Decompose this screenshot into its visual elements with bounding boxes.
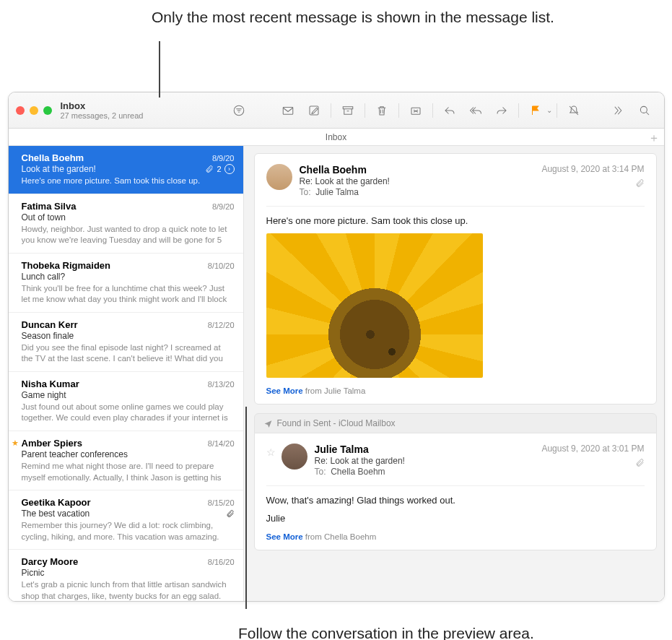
compose-button[interactable] xyxy=(302,100,326,121)
message-subject: Look at the garden! xyxy=(22,164,96,174)
traffic-lights xyxy=(16,106,52,115)
message-subject: Re: Look at the garden! xyxy=(315,456,645,466)
delete-button[interactable] xyxy=(370,100,394,121)
callout-bottom: Follow the conversation in the preview a… xyxy=(238,623,672,640)
message-preview: Howdy, neighbor. Just wanted to drop a q… xyxy=(22,224,235,246)
message-card: August 9, 2020 at 3:01 PM ☆ Julie Talma … xyxy=(254,433,657,550)
callout-line xyxy=(159,41,160,98)
message-body: Wow, that's amazing! Glad things worked … xyxy=(266,485,645,541)
found-in-strip: Found in Sent - iCloud Mailbox xyxy=(254,413,657,433)
attached-image[interactable] xyxy=(266,233,483,378)
star-icon[interactable]: ☆ xyxy=(266,446,276,458)
message-sender: Fatima Silva xyxy=(22,201,77,212)
message-date: 8/12/20 xyxy=(208,321,235,329)
message-row[interactable]: Fatima Silva8/9/20Out of townHowdy, neig… xyxy=(9,194,243,254)
message-sender: Amber Spiers xyxy=(22,438,83,449)
message-row[interactable]: Chella Boehm8/9/20Look at the garden!2›H… xyxy=(9,146,243,194)
attachment-icon xyxy=(226,509,235,518)
message-subject: Re: Look at the garden! xyxy=(300,176,645,186)
message-sender: Darcy Moore xyxy=(22,556,79,567)
message-preview: Just found out about some online games w… xyxy=(22,402,235,424)
flag-menu-chevron-icon[interactable]: ⌄ xyxy=(546,106,552,114)
message-subject: Game night xyxy=(22,390,66,400)
message-to: To: Julie Talma xyxy=(300,187,645,197)
message-sender: Chella Boehm xyxy=(22,152,84,163)
message-row[interactable]: Darcy Moore8/16/20PicnicLet's grab a pic… xyxy=(9,550,243,601)
callout-top: Only the most recent message is shown in… xyxy=(152,7,672,27)
message-date: 8/9/20 xyxy=(212,202,235,211)
message-date: August 9, 2020 at 3:14 PM xyxy=(541,164,644,174)
message-to: To: Chella Boehm xyxy=(315,467,645,477)
mute-button[interactable] xyxy=(562,100,586,121)
mailbox-title: Inbox xyxy=(61,100,144,111)
attachment-icon xyxy=(205,165,214,173)
reply-button[interactable] xyxy=(437,100,462,121)
junk-button[interactable] xyxy=(403,100,428,121)
zoom-window-button[interactable] xyxy=(43,106,52,115)
message-subject: Picnic xyxy=(22,568,45,578)
message-subject: Season finale xyxy=(22,331,74,341)
message-subject: The best vacation xyxy=(22,509,90,519)
message-subject: Parent teacher conferences xyxy=(22,449,128,459)
svg-point-5 xyxy=(640,106,647,113)
message-sender: Nisha Kumar xyxy=(22,379,79,389)
svg-rect-1 xyxy=(283,107,293,114)
message-preview: Did you see the final episode last night… xyxy=(22,342,235,365)
message-row[interactable]: ★Amber Spiers8/14/20Parent teacher confe… xyxy=(9,431,243,490)
message-subject: Lunch call? xyxy=(22,272,66,282)
see-more-link[interactable]: See More from Julie Talma xyxy=(266,386,645,395)
reply-all-button[interactable] xyxy=(463,100,488,121)
svg-rect-3 xyxy=(343,107,353,109)
chevron-icon: › xyxy=(224,164,235,174)
message-preview: Remember this journey? We did a lot: roc… xyxy=(22,520,235,542)
message-sender: Geetika Kapoor xyxy=(22,497,91,508)
message-date: 8/9/20 xyxy=(212,154,235,163)
message-preview: Think you'll be free for a lunchtime cha… xyxy=(22,283,235,306)
message-date: August 9, 2020 at 3:01 PM xyxy=(541,444,644,454)
tab-bar: Inbox ＋ xyxy=(9,129,664,146)
close-window-button[interactable] xyxy=(16,106,25,115)
mailbox-status: 27 messages, 2 unread xyxy=(61,111,144,120)
window-title-block: Inbox 27 messages, 2 unread xyxy=(61,100,144,120)
message-date: 8/15/20 xyxy=(208,498,235,507)
star-icon: ★ xyxy=(12,438,19,448)
avatar xyxy=(282,444,307,470)
message-row[interactable]: Thobeka Rigmaiden8/10/20Lunch call?Think… xyxy=(9,254,243,313)
message-preview: Remind me what night those are. I'll nee… xyxy=(22,461,235,483)
message-card: August 9, 2020 at 3:14 PM Chella Boehm R… xyxy=(254,153,657,405)
message-date: 8/16/20 xyxy=(208,558,235,566)
get-mail-button[interactable] xyxy=(276,100,300,121)
message-body: Here's one more picture. Sam took this c… xyxy=(266,206,645,395)
message-row[interactable]: Nisha Kumar8/13/20Game nightJust found o… xyxy=(9,372,243,431)
avatar xyxy=(266,164,292,190)
flag-button[interactable] xyxy=(523,100,548,121)
message-date: 8/14/20 xyxy=(208,439,235,448)
preview-area[interactable]: August 9, 2020 at 3:14 PM Chella Boehm R… xyxy=(244,146,664,601)
message-subject: Out of town xyxy=(22,212,66,222)
forward-button[interactable] xyxy=(489,100,514,121)
toolbar: Inbox 27 messages, 2 unread ⌄ xyxy=(9,92,664,129)
callout-line xyxy=(245,407,247,609)
more-toolbar-button[interactable] xyxy=(606,100,631,121)
message-row[interactable]: Geetika Kapoor8/15/20The best vacationRe… xyxy=(9,490,243,550)
message-preview: Let's grab a picnic lunch from that litt… xyxy=(22,579,235,601)
message-sender: Thobeka Rigmaiden xyxy=(22,260,111,271)
message-date: 8/10/20 xyxy=(208,261,235,270)
filter-button[interactable] xyxy=(227,100,251,121)
message-list[interactable]: Chella Boehm8/9/20Look at the garden!2›H… xyxy=(9,146,244,601)
message-preview: Here's one more picture. Sam took this c… xyxy=(22,176,235,187)
tab-inbox[interactable]: Inbox xyxy=(326,132,346,142)
mail-window: Inbox 27 messages, 2 unread ⌄ xyxy=(8,92,665,602)
minimize-window-button[interactable] xyxy=(30,106,38,115)
attachment-icon xyxy=(635,458,645,470)
new-tab-button[interactable]: ＋ xyxy=(648,131,660,146)
search-button[interactable] xyxy=(632,100,657,121)
thread-count: 2 xyxy=(217,165,221,173)
archive-button[interactable] xyxy=(336,100,360,121)
attachment-icon xyxy=(635,178,645,190)
message-row[interactable]: Duncan Kerr8/12/20Season finaleDid you s… xyxy=(9,313,243,372)
message-date: 8/13/20 xyxy=(208,380,235,389)
message-sender: Duncan Kerr xyxy=(22,319,78,330)
see-more-link[interactable]: See More from Chella Boehm xyxy=(266,532,645,541)
